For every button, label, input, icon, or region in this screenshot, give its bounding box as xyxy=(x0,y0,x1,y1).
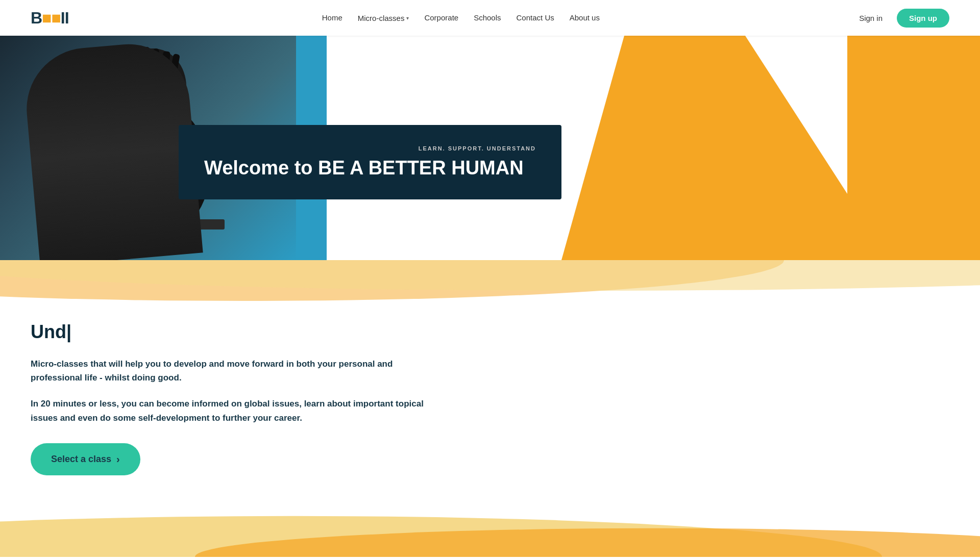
chevron-down-icon: ▾ xyxy=(406,15,409,21)
wave-divider xyxy=(0,260,980,301)
signup-button[interactable]: Sign up xyxy=(897,9,949,28)
nav-dropdown-microclasses[interactable]: Micro-classes ▾ xyxy=(358,14,409,22)
svg-point-2 xyxy=(61,136,143,242)
nav-link-home[interactable]: Home xyxy=(322,13,342,22)
nav-link-corporate[interactable]: Corporate xyxy=(424,13,458,22)
section-heading: Und| xyxy=(31,321,429,343)
nav-item-microclasses[interactable]: Micro-classes ▾ xyxy=(358,14,409,22)
arrow-right-icon: › xyxy=(116,453,120,465)
nav-item-contact[interactable]: Contact Us xyxy=(517,13,554,22)
svg-rect-6 xyxy=(151,48,159,94)
select-class-label: Select a class xyxy=(51,454,111,465)
svg-rect-5 xyxy=(143,47,150,95)
hero-text-box: LEARN. SUPPORT. UNDERSTAND Welcome to BE… xyxy=(179,125,561,199)
nav-link-schools[interactable]: Schools xyxy=(474,13,501,22)
svg-rect-8 xyxy=(167,54,180,92)
svg-rect-7 xyxy=(159,51,170,92)
svg-rect-9 xyxy=(71,219,225,230)
section-paragraph-2: In 20 minutes or less, you can become in… xyxy=(31,397,429,424)
section-paragraph-1: Micro-classes that will help you to deve… xyxy=(31,357,429,385)
hero-tagline: LEARN. SUPPORT. UNDERSTAND xyxy=(204,145,536,151)
nav-item-home[interactable]: Home xyxy=(322,13,342,22)
hero-white-triangle xyxy=(745,36,847,194)
navbar: B■■II Home Micro-classes ▾ Corporate Sch… xyxy=(0,0,980,36)
bottom-wave xyxy=(0,506,980,557)
nav-item-schools[interactable]: Schools xyxy=(474,13,501,22)
hero-section: LEARN. SUPPORT. UNDERSTAND Welcome to BE… xyxy=(0,36,980,260)
nav-item-about[interactable]: About us xyxy=(570,13,600,22)
navbar-actions: Sign in Sign up xyxy=(853,9,949,28)
main-nav: Home Micro-classes ▾ Corporate Schools C… xyxy=(322,13,600,22)
hero-title: Welcome to BE A BETTER HUMAN xyxy=(204,158,536,179)
nav-link-about[interactable]: About us xyxy=(570,13,600,22)
svg-rect-3 xyxy=(122,50,134,92)
select-class-button[interactable]: Select a class › xyxy=(31,443,140,475)
content-section: Und| Micro-classes that will help you to… xyxy=(0,301,980,506)
nav-item-corporate[interactable]: Corporate xyxy=(424,13,458,22)
logo[interactable]: B■■II xyxy=(31,9,69,28)
logo-text: B■■II xyxy=(31,9,69,28)
svg-rect-4 xyxy=(133,48,140,94)
nav-link-contact[interactable]: Contact Us xyxy=(517,13,554,22)
signin-button[interactable]: Sign in xyxy=(853,10,889,27)
section-body: Und| Micro-classes that will help you to… xyxy=(31,321,429,475)
